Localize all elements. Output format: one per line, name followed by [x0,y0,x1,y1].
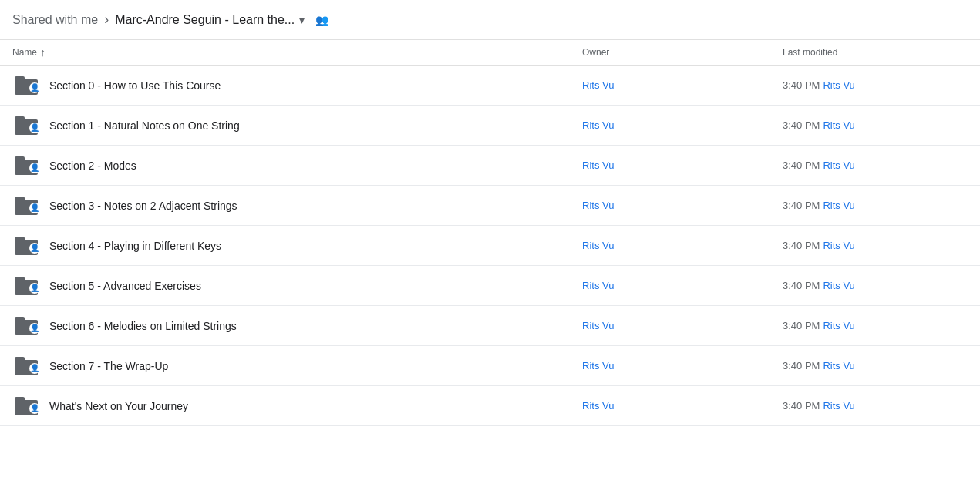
shared-person-badge-icon: 👤 [30,284,39,292]
table-row[interactable]: 👤 Section 3 - Notes on 2 Adjacent String… [0,186,980,226]
owner-cell[interactable]: Rits Vu [582,400,783,412]
name-column-label: Name [12,47,37,58]
owner-cell[interactable]: Rits Vu [582,200,783,211]
folder-icon-wrap: 👤 [12,72,40,99]
folder-icon-wrap: 👤 [12,112,40,139]
shared-folder-icon: 👤 [15,76,38,95]
modified-cell: 3:40 PM Rits Vu [783,400,968,412]
shared-person-badge-icon: 👤 [30,83,39,92]
owner-cell[interactable]: Rits Vu [582,360,783,371]
owner-cell[interactable]: Rits Vu [582,160,783,171]
modified-cell: 3:40 PM Rits Vu [783,320,968,331]
modified-by[interactable]: Rits Vu [823,200,854,211]
shared-folder-icon: 👤 [15,397,38,415]
people-icon[interactable]: 👥 [315,14,328,26]
row-name-cell: 👤 What's Next on Your Journey [12,392,582,420]
column-owner-header[interactable]: Owner [582,47,783,58]
row-name-cell: 👤 Section 0 - How to Use This Course [12,72,582,99]
modified-by[interactable]: Rits Vu [823,240,854,251]
modified-time: 3:40 PM [783,160,820,171]
shared-person-badge-icon: 👤 [30,364,39,372]
shared-folder-icon: 👤 [15,116,38,135]
table-row[interactable]: 👤 Section 0 - How to Use This Course Rit… [0,66,980,106]
table-row[interactable]: 👤 What's Next on Your Journey Rits Vu 3:… [0,386,980,426]
modified-cell: 3:40 PM Rits Vu [783,280,968,291]
modified-by[interactable]: Rits Vu [823,320,854,331]
folder-name: Section 1 - Natural Notes on One String [49,119,240,132]
shared-folder-icon: 👤 [15,277,38,295]
modified-by[interactable]: Rits Vu [823,280,854,291]
modified-column-label: Last modified [783,47,837,58]
table-row[interactable]: 👤 Section 2 - Modes Rits Vu 3:40 PM Rits… [0,146,980,186]
breadcrumb-current-folder: Marc-Andre Seguin - Learn the... ▾ [115,13,305,27]
table-header: Name ↑ Owner Last modified [0,40,980,66]
folder-icon-wrap: 👤 [12,152,40,180]
modified-time: 3:40 PM [783,280,820,291]
shared-person-badge-icon: 👤 [30,324,39,332]
folder-name: Section 0 - How to Use This Course [49,79,221,92]
shared-folder-icon: 👤 [15,197,38,215]
modified-by[interactable]: Rits Vu [823,360,854,371]
modified-cell: 3:40 PM Rits Vu [783,119,968,131]
modified-time: 3:40 PM [783,200,820,211]
owner-cell[interactable]: Rits Vu [582,119,783,131]
shared-folder-icon: 👤 [15,237,38,255]
file-list: 👤 Section 0 - How to Use This Course Rit… [0,66,980,426]
modified-cell: 3:40 PM Rits Vu [783,240,968,251]
owner-cell[interactable]: Rits Vu [582,320,783,331]
modified-by[interactable]: Rits Vu [823,119,854,131]
folder-name: Section 2 - Modes [49,160,136,172]
folder-icon-wrap: 👤 [12,352,40,380]
shared-person-badge-icon: 👤 [30,163,39,172]
table-row[interactable]: 👤 Section 5 - Advanced Exercises Rits Vu… [0,266,980,306]
row-name-cell: 👤 Section 1 - Natural Notes on One Strin… [12,112,582,139]
modified-by[interactable]: Rits Vu [823,79,854,91]
breadcrumb-folder-name[interactable]: Marc-Andre Seguin - Learn the... [115,13,295,27]
folder-name: Section 4 - Playing in Different Keys [49,240,221,252]
shared-person-badge-icon: 👤 [30,123,39,132]
modified-cell: 3:40 PM Rits Vu [783,200,968,211]
owner-cell[interactable]: Rits Vu [582,280,783,291]
sort-ascending-icon: ↑ [40,46,45,59]
shared-folder-icon: 👤 [15,317,38,335]
table-row[interactable]: 👤 Section 7 - The Wrap-Up Rits Vu 3:40 P… [0,346,980,386]
modified-by[interactable]: Rits Vu [823,400,854,412]
shared-folder-icon: 👤 [15,156,38,175]
folder-name: Section 5 - Advanced Exercises [49,280,201,292]
row-name-cell: 👤 Section 4 - Playing in Different Keys [12,232,582,260]
breadcrumb: Shared with me › Marc-Andre Seguin - Lea… [0,0,980,40]
modified-time: 3:40 PM [783,240,820,251]
folder-name: Section 7 - The Wrap-Up [49,360,168,372]
table-row[interactable]: 👤 Section 6 - Melodies on Limited String… [0,306,980,346]
modified-time: 3:40 PM [783,79,820,91]
folder-name: What's Next on Your Journey [49,400,188,412]
breadcrumb-dropdown-icon[interactable]: ▾ [299,14,305,26]
table-row[interactable]: 👤 Section 4 - Playing in Different Keys … [0,226,980,266]
folder-icon-wrap: 👤 [12,392,40,420]
folder-name: Section 6 - Melodies on Limited Strings [49,320,237,332]
row-name-cell: 👤 Section 5 - Advanced Exercises [12,272,582,300]
modified-by[interactable]: Rits Vu [823,160,854,171]
folder-icon-wrap: 👤 [12,232,40,260]
modified-time: 3:40 PM [783,119,820,131]
modified-time: 3:40 PM [783,320,820,331]
shared-person-badge-icon: 👤 [30,244,39,252]
modified-time: 3:40 PM [783,400,820,412]
breadcrumb-separator: › [104,12,109,28]
table-row[interactable]: 👤 Section 1 - Natural Notes on One Strin… [0,106,980,146]
shared-person-badge-icon: 👤 [30,203,39,212]
row-name-cell: 👤 Section 7 - The Wrap-Up [12,352,582,380]
modified-cell: 3:40 PM Rits Vu [783,360,968,371]
modified-time: 3:40 PM [783,360,820,371]
shared-folder-icon: 👤 [15,357,38,375]
column-modified-header[interactable]: Last modified [783,47,968,58]
owner-cell[interactable]: Rits Vu [582,240,783,251]
column-name-header[interactable]: Name ↑ [12,46,582,59]
owner-column-label: Owner [582,47,609,58]
owner-cell[interactable]: Rits Vu [582,79,783,91]
folder-icon-wrap: 👤 [12,312,40,340]
shared-person-badge-icon: 👤 [30,404,39,412]
row-name-cell: 👤 Section 6 - Melodies on Limited String… [12,312,582,340]
breadcrumb-shared-with-me[interactable]: Shared with me [12,13,98,27]
modified-cell: 3:40 PM Rits Vu [783,160,968,171]
